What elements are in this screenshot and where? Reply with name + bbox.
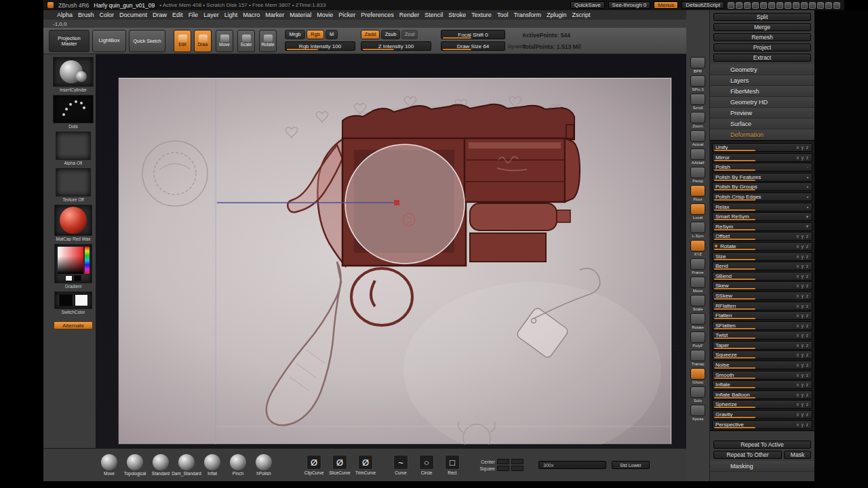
square-value-box[interactable] <box>497 466 509 471</box>
axis-toggles[interactable]: x y z <box>797 313 812 318</box>
menu-item[interactable]: Macro <box>240 12 262 18</box>
layer-palette-icon[interactable] <box>785 2 791 9</box>
brush-shortcut[interactable]: Standard <box>148 454 174 476</box>
menu-item[interactable]: Edit <box>170 12 186 18</box>
geometry-action-button[interactable]: Remesh <box>713 33 811 41</box>
subpalette-header[interactable]: Layers <box>710 75 814 86</box>
menu-item[interactable]: Brush <box>75 12 97 18</box>
subpalette-header[interactable]: Geometry HD <box>710 97 814 108</box>
current-color-swatch[interactable] <box>65 275 73 281</box>
draw-size-slider[interactable]: Draw Size 64 <box>441 41 505 51</box>
stroke-type-button[interactable]: ○ Circle <box>414 455 439 475</box>
z-intensity-slider[interactable]: Z Intensity 100 <box>361 41 431 51</box>
right-shelf-button[interactable]: Actual <box>690 130 705 146</box>
projection-master-button[interactable]: Projection Master <box>49 30 90 52</box>
focal-shift-slider[interactable]: Focal Shift 0 <box>441 30 505 39</box>
draw-mode-button[interactable]: Draw <box>194 30 212 52</box>
geometry-action-button[interactable]: Split <box>713 13 811 21</box>
right-shelf-button[interactable]: Move <box>690 277 705 293</box>
zcut-button[interactable]: Zcut <box>401 30 418 39</box>
right-shelf-button[interactable]: BPR <box>690 57 705 73</box>
transform-palette-icon[interactable] <box>817 2 824 9</box>
axis-toggles[interactable]: • <box>807 184 812 189</box>
color-palette-icon[interactable] <box>768 2 775 9</box>
axis-toggles[interactable]: ▾ <box>806 214 812 220</box>
texture-thumbnail[interactable] <box>56 168 91 197</box>
axis-toggles[interactable]: x y z <box>797 323 812 328</box>
deformation-slider[interactable]: Smooth x y z <box>712 371 812 380</box>
deformation-slider[interactable]: Polish By Groups • <box>712 182 812 191</box>
right-shelf-button[interactable]: Rotate <box>690 313 705 329</box>
material-palette-icon[interactable] <box>760 2 767 9</box>
repeat-to-active-button[interactable]: Repeat To Active <box>713 441 811 449</box>
deformation-slider[interactable]: Offset x y z <box>712 232 812 241</box>
axis-toggles[interactable]: x y z <box>797 264 812 268</box>
axis-toggles[interactable]: x y z <box>797 254 812 259</box>
menu-item[interactable]: Draw <box>150 12 170 18</box>
document-viewport[interactable] <box>96 54 686 448</box>
deformation-slider[interactable]: Mirror x y z <box>712 153 812 162</box>
document-palette-icon[interactable] <box>776 2 783 9</box>
axis-toggles[interactable]: • <box>807 195 812 199</box>
axis-toggles[interactable]: x y z <box>797 234 812 239</box>
menu-item[interactable]: Light <box>222 12 241 18</box>
hue-strip[interactable] <box>85 247 90 274</box>
menu-item[interactable]: Marker <box>262 12 287 18</box>
axis-toggles[interactable]: • <box>807 205 812 209</box>
brush-shortcut[interactable]: Move <box>96 454 122 476</box>
axis-toggles[interactable]: x y z <box>797 333 812 338</box>
menu-item[interactable]: File <box>186 12 201 18</box>
tool-palette-icon[interactable] <box>809 2 816 9</box>
clip-brush-shortcut[interactable]: Ø TrimCurve <box>353 455 378 475</box>
right-shelf-button[interactable]: Ghost <box>690 368 705 384</box>
menu-item[interactable]: Transform <box>511 12 544 18</box>
deformation-slider[interactable]: Unify x y z <box>712 143 812 152</box>
right-shelf-button[interactable]: Scroll <box>690 94 705 110</box>
axis-toggles[interactable]: x y z <box>797 422 812 427</box>
menu-item[interactable]: Texture <box>469 12 494 18</box>
axis-toggles[interactable]: x y z <box>797 155 812 160</box>
square-label[interactable]: Square <box>475 466 495 471</box>
deformation-slider[interactable]: Squeeze x y z <box>712 350 812 359</box>
center-value-box[interactable] <box>497 459 509 464</box>
brush-shortcut[interactable]: Topological <box>122 454 148 476</box>
clip-brush-shortcut[interactable]: Ø SliceCurve <box>327 455 353 475</box>
right-shelf-button[interactable]: Local <box>690 203 705 220</box>
secondary-color-swatch[interactable] <box>74 275 81 281</box>
brush-shortcut[interactable]: Pinch <box>225 454 251 476</box>
right-shelf-button[interactable]: Transp <box>690 350 705 366</box>
stroke-thumbnail[interactable] <box>53 95 94 123</box>
deformation-slider[interactable]: Perspective x y z <box>712 420 812 429</box>
zadd-button[interactable]: Zadd <box>361 30 380 39</box>
deformation-slider[interactable]: RFlatten x y z <box>712 302 812 310</box>
axis-toggles[interactable]: x y z <box>797 244 812 249</box>
deformation-slider[interactable]: Rotate x y z <box>712 242 812 251</box>
geometry-action-button[interactable]: Merge <box>713 23 811 31</box>
menu-item[interactable]: Render <box>397 12 422 18</box>
geometry-action-button[interactable]: Extract <box>713 54 811 62</box>
color-picker[interactable] <box>54 244 92 283</box>
right-shelf-button[interactable]: PolyF <box>690 331 705 348</box>
menu-item[interactable]: Stencil <box>422 12 446 18</box>
axis-toggles[interactable]: x y z <box>797 363 812 367</box>
zsub-button[interactable]: Zsub <box>381 30 400 39</box>
deformation-slider[interactable]: Noise x y z <box>712 361 812 369</box>
deformation-slider[interactable]: Relax • <box>712 203 812 211</box>
deformation-slider[interactable]: SBend x y z <box>712 272 812 281</box>
masking-header[interactable]: Masking <box>710 461 814 472</box>
alt-color-swatch[interactable] <box>75 294 88 306</box>
axis-toggles[interactable]: x y z <box>797 293 812 298</box>
deformation-slider[interactable]: Taper x y z <box>712 341 812 350</box>
menu-item[interactable]: Color <box>97 12 117 18</box>
deformation-header[interactable]: Deformation <box>710 129 814 140</box>
menu-item[interactable]: Alpha <box>54 12 75 18</box>
axis-toggles[interactable]: x y z <box>797 352 812 357</box>
axis-toggles[interactable]: x y z <box>797 412 812 417</box>
axis-toggles[interactable]: x y z <box>797 373 812 378</box>
deformation-slider[interactable]: ReSym ▾ <box>712 222 812 231</box>
axis-toggles[interactable]: ▾ <box>806 224 812 229</box>
zplugin-palette-icon[interactable] <box>825 2 832 9</box>
right-shelf-button[interactable]: Zoom <box>690 112 705 128</box>
axis-toggles[interactable]: x y z <box>797 402 812 407</box>
menu-item[interactable]: Picker <box>336 12 358 18</box>
